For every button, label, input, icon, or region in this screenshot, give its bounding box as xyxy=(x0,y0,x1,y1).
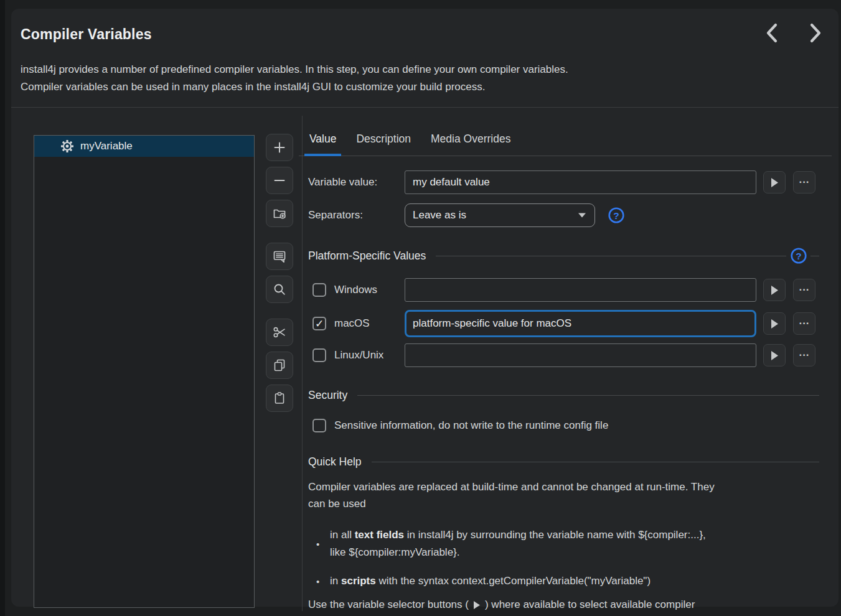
windows-variable-selector-button[interactable] xyxy=(763,279,786,301)
intro-line-1: Compiler variables are replaced at build… xyxy=(308,478,832,495)
linux-variable-selector-button[interactable] xyxy=(763,344,786,366)
bullet-suffix: in install4j by surrounding the variable… xyxy=(404,529,706,541)
add-variable-button[interactable] xyxy=(266,134,293,161)
scissors-icon xyxy=(272,325,287,340)
macos-value-input[interactable] xyxy=(405,310,756,337)
cut-button[interactable] xyxy=(266,319,293,346)
plus-icon xyxy=(272,140,287,155)
macos-checkbox-cell: ✓ macOS xyxy=(312,317,405,330)
variable-value-row: Variable value: ... xyxy=(308,170,815,194)
macos-checkbox[interactable]: ✓ xyxy=(312,317,326,330)
description-line-1: install4j provides a number of predefine… xyxy=(21,61,568,78)
platform-section-header: Platform-Specific Values ? xyxy=(308,247,819,264)
tab-bar: Value Description Media Overrides xyxy=(299,107,832,156)
platform-help-button[interactable]: ? xyxy=(790,247,807,264)
windows-value-input[interactable] xyxy=(405,278,756,302)
step-navigation xyxy=(763,22,824,44)
copy-button[interactable] xyxy=(266,352,293,379)
copy-icon xyxy=(272,358,287,373)
gear-icon xyxy=(60,139,74,153)
bullet-text: in all text fields in install4j by surro… xyxy=(330,526,706,561)
macos-variable-selector-button[interactable] xyxy=(763,312,786,335)
tab-value[interactable]: Value xyxy=(304,133,341,156)
variable-value-label: Variable value: xyxy=(308,176,405,189)
linux-value-input[interactable] xyxy=(405,343,756,367)
linux-edit-multiline-button[interactable]: ... xyxy=(793,344,815,366)
tab-media-overrides[interactable]: Media Overrides xyxy=(426,133,515,156)
list-item-myvariable[interactable]: myVariable xyxy=(34,136,254,157)
bullet-scripts: • in scripts with the syntax context.get… xyxy=(316,572,815,590)
security-section-title: Security xyxy=(308,389,347,402)
add-folder-icon xyxy=(272,206,287,221)
footer-prefix: Use the variable selector buttons ( xyxy=(308,599,469,611)
clipboard-icon xyxy=(272,391,287,406)
chevron-right-icon xyxy=(807,22,824,44)
tab-description[interactable]: Description xyxy=(351,133,416,156)
bullet-line2: like ${compiler:myVariable}. xyxy=(330,544,706,561)
windows-label: Windows xyxy=(334,284,377,296)
main-panel: Compiler Variables install4j provides a … xyxy=(11,9,839,607)
help-icon: ? xyxy=(608,207,625,224)
separators-help-button[interactable]: ? xyxy=(608,207,625,224)
windows-edit-multiline-button[interactable]: ... xyxy=(793,279,815,301)
previous-step-button[interactable] xyxy=(763,22,781,44)
linux-checkbox[interactable] xyxy=(312,348,326,362)
variable-selector-button[interactable] xyxy=(763,171,786,194)
variable-value-input[interactable] xyxy=(405,170,756,194)
footer-suffix: ) where available to select available co… xyxy=(485,599,695,611)
macos-row: ✓ macOS ... xyxy=(312,310,815,337)
svg-text:?: ? xyxy=(613,210,619,221)
help-icon: ? xyxy=(790,247,807,264)
bullet-suffix: with the syntax context.getCompilerVaria… xyxy=(376,575,651,587)
section-divider xyxy=(436,256,786,256)
section-divider xyxy=(357,395,819,396)
section-divider xyxy=(372,462,819,462)
bullet-bold: scripts xyxy=(341,575,376,587)
play-triangle-icon xyxy=(771,286,778,295)
comments-button[interactable] xyxy=(266,243,293,270)
search-button[interactable] xyxy=(266,276,293,303)
play-triangle-icon xyxy=(771,351,778,360)
step-description: install4j provides a number of predefine… xyxy=(21,61,568,96)
linux-label: Linux/Unix xyxy=(334,349,383,362)
quick-help-section-header: Quick Help xyxy=(308,453,819,470)
bullet-text: in scripts with the syntax context.getCo… xyxy=(330,572,651,590)
separators-dropdown[interactable]: Leave as is xyxy=(405,203,595,227)
edit-multiline-button[interactable]: ... xyxy=(793,171,815,194)
variables-list[interactable]: myVariable xyxy=(34,135,255,608)
windows-checkbox[interactable] xyxy=(312,283,326,297)
bullet-bold: text fields xyxy=(355,529,404,541)
play-triangle-icon xyxy=(474,601,480,609)
next-step-button[interactable] xyxy=(807,22,824,44)
quick-help-footer: Use the variable selector buttons ( ) wh… xyxy=(308,599,832,611)
bullet-text-fields: • in all text fields in install4j by sur… xyxy=(316,526,815,561)
separators-row: Separators: Leave as is ? xyxy=(308,203,815,227)
windows-checkbox-cell: Windows xyxy=(312,283,405,297)
compiler-variables-screen: Compiler Variables install4j provides a … xyxy=(0,0,841,616)
list-toolbar xyxy=(266,134,293,418)
remove-variable-button[interactable] xyxy=(266,167,293,194)
bullet-prefix: in all xyxy=(330,529,355,541)
sensitive-checkbox[interactable] xyxy=(312,419,326,432)
description-line-2: Compiler variables can be used in many p… xyxy=(21,78,568,96)
section-divider-end xyxy=(810,256,819,256)
search-icon xyxy=(272,282,287,297)
svg-text:?: ? xyxy=(796,251,801,261)
linux-checkbox-cell: Linux/Unix xyxy=(312,348,405,362)
add-folder-button[interactable] xyxy=(266,200,293,227)
intro-line-2: can be used xyxy=(308,495,832,512)
macos-label: macOS xyxy=(334,317,370,330)
linux-row: Linux/Unix ... xyxy=(312,343,815,367)
paste-button[interactable] xyxy=(266,385,293,412)
quick-help-intro: Compiler variables are replaced at build… xyxy=(308,478,832,512)
separators-label: Separators: xyxy=(308,209,405,222)
bullet-prefix: in xyxy=(330,575,341,587)
platform-section-title: Platform-Specific Values xyxy=(308,250,426,263)
macos-edit-multiline-button[interactable]: ... xyxy=(793,312,815,335)
sensitive-label: Sensitive information, do not write to t… xyxy=(334,419,608,432)
minus-icon xyxy=(272,173,287,188)
separators-selected-value: Leave as is xyxy=(413,209,466,222)
sensitive-row: Sensitive information, do not write to t… xyxy=(312,419,815,432)
play-triangle-icon xyxy=(771,178,778,187)
comment-icon xyxy=(272,249,287,264)
